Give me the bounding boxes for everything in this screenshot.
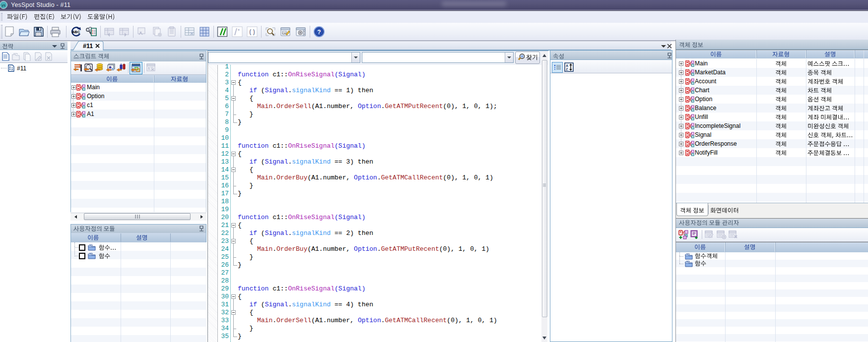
svg-text:?: ?	[317, 29, 321, 36]
svg-text:#11: #11	[83, 43, 93, 50]
svg-text:ys: ys	[1, 3, 5, 7]
svg-text:*: *	[238, 28, 240, 34]
svg-text:( ): ( )	[249, 28, 255, 35]
svg-text:Z: Z	[566, 67, 568, 71]
svg-text:A: A	[566, 64, 568, 67]
svg-text:ABC: ABC	[72, 30, 80, 34]
